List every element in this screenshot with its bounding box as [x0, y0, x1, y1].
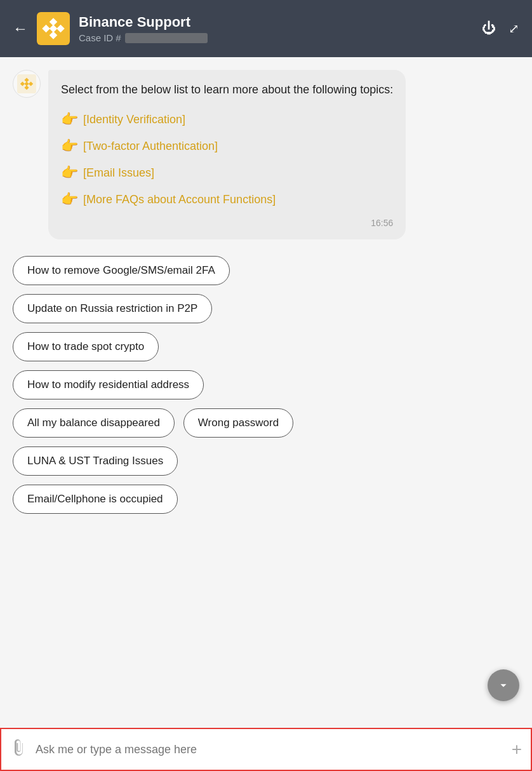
scroll-down-button[interactable] [488, 669, 519, 701]
link-2fa[interactable]: [Two-factor Authentication] [83, 140, 218, 153]
attach-icon[interactable] [10, 739, 28, 761]
quick-reply-wrong-password[interactable]: Wrong password [183, 408, 293, 438]
quick-reply-email-cellphone[interactable]: Email/Cellphone is occupied [13, 485, 178, 514]
chat-area: Select from the below list to learn more… [0, 57, 532, 728]
quick-reply-row-3: How to modify residential address [13, 370, 204, 399]
quick-reply-residential-address[interactable]: How to modify residential address [13, 370, 204, 399]
bot-link-email[interactable]: 👉 [Email Issues] [61, 164, 393, 181]
bot-link-identity[interactable]: 👉 [Identity Verification] [61, 111, 393, 128]
quick-reply-russia-p2p[interactable]: Update on Russia restriction in P2P [13, 294, 212, 323]
quick-reply-row-4: All my balance disappeared Wrong passwor… [13, 408, 293, 438]
pointing-emoji-3: 👉 [61, 164, 78, 181]
quick-reply-row-2: How to trade spot crypto [13, 332, 159, 361]
input-area: + [0, 728, 532, 771]
header-title: Binance Support [79, 14, 473, 30]
bot-intro-text: Select from the below list to learn more… [61, 81, 393, 98]
message-timestamp: 16:56 [61, 218, 393, 228]
quick-reply-row-5: LUNA & UST Trading Issues [13, 446, 178, 476]
page-wrapper: ← Binance Support Case ID # ⏻ ⤢ [0, 0, 532, 771]
add-button[interactable]: + [512, 739, 522, 760]
link-identity-verification[interactable]: [Identity Verification] [83, 113, 185, 126]
bot-avatar-logo [17, 74, 36, 93]
chevron-down-icon [496, 678, 510, 692]
pointing-emoji-1: 👉 [61, 111, 78, 128]
quick-reply-remove-2fa[interactable]: How to remove Google/SMS/email 2FA [13, 256, 230, 285]
binance-logo [37, 12, 70, 45]
header: ← Binance Support Case ID # ⏻ ⤢ [0, 0, 532, 57]
pointing-emoji-4: 👉 [61, 191, 78, 208]
paperclip-icon [10, 739, 28, 756]
message-input[interactable] [36, 743, 504, 756]
quick-reply-balance-disappeared[interactable]: All my balance disappeared [13, 408, 175, 438]
bot-avatar [13, 70, 41, 98]
bot-message-row: Select from the below list to learn more… [13, 70, 519, 239]
quick-reply-luna-ust[interactable]: LUNA & UST Trading Issues [13, 446, 178, 476]
quick-reply-row-1: Update on Russia restriction in P2P [13, 294, 212, 323]
link-faqs[interactable]: [More FAQs about Account Functions] [83, 193, 276, 206]
expand-button[interactable]: ⤢ [509, 21, 519, 36]
quick-reply-row-0: How to remove Google/SMS/email 2FA [13, 256, 230, 285]
bot-bubble: Select from the below list to learn more… [48, 70, 406, 239]
quick-reply-spot-crypto[interactable]: How to trade spot crypto [13, 332, 159, 361]
pointing-emoji-2: 👉 [61, 138, 78, 154]
header-actions: ⏻ ⤢ [482, 20, 519, 37]
case-id-value [125, 33, 208, 43]
header-info: Binance Support Case ID # [79, 14, 473, 43]
quick-replies: How to remove Google/SMS/email 2FA Updat… [13, 250, 519, 526]
link-email-issues[interactable]: [Email Issues] [83, 166, 154, 180]
header-case: Case ID # [79, 32, 473, 43]
quick-reply-row-6: Email/Cellphone is occupied [13, 485, 178, 514]
bot-link-2fa[interactable]: 👉 [Two-factor Authentication] [61, 138, 393, 154]
back-button[interactable]: ← [13, 20, 28, 37]
power-button[interactable]: ⏻ [482, 20, 496, 37]
bot-link-faqs[interactable]: 👉 [More FAQs about Account Functions] [61, 191, 393, 208]
